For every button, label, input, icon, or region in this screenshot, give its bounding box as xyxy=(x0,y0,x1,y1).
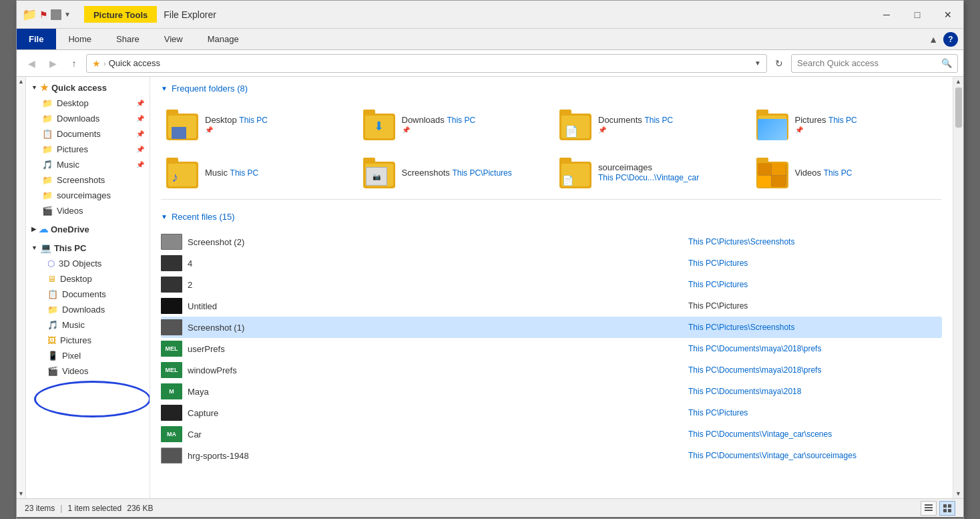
tab-share[interactable]: Share xyxy=(104,29,152,49)
folder-item-desktop[interactable]: Desktop This PC 📌 xyxy=(161,103,352,146)
file-row-hrg[interactable]: hrg-sports-1948 This PC\Documents\Vintag… xyxy=(161,445,942,466)
pictures2-icon: 🖼 xyxy=(47,335,56,345)
svg-rect-4 xyxy=(948,504,951,508)
quick-access-header[interactable]: ▼ ★ Quick access xyxy=(26,79,150,96)
folder-thumb-pictures xyxy=(756,108,788,140)
folder-item-downloads[interactable]: ⬇ Downloads This PC 📌 xyxy=(358,103,549,146)
status-bar: 23 items | 1 item selected 236 KB xyxy=(17,498,963,517)
file-row-screenshot1[interactable]: Screenshot (1) This PC\Pictures\Screensh… xyxy=(161,317,942,338)
file-size: 236 KB xyxy=(127,504,153,513)
title-bar: 📁 ⚑ ▼ Picture Tools File Explorer ─ □ ✕ xyxy=(17,1,963,29)
sidebar-item-pictures[interactable]: 📁 Pictures 📌 xyxy=(26,142,150,157)
breadcrumb-dropdown[interactable]: ▼ xyxy=(754,59,761,67)
sidebar-item-downloads[interactable]: 📁 Downloads 📌 xyxy=(26,111,150,126)
documents2-icon: 📋 xyxy=(47,289,58,299)
pictures-folder-icon: 📁 xyxy=(42,144,53,154)
tab-file[interactable]: File xyxy=(17,29,56,49)
file-row-4[interactable]: 4 This PC\Pictures xyxy=(161,252,942,274)
sidebar-item-sourceimages[interactable]: 📁 sourceimages xyxy=(26,188,150,203)
ribbon-collapse-arrow[interactable]: ▲ xyxy=(929,34,938,45)
onedrive-header[interactable]: ▶ ☁ OneDrive xyxy=(26,221,150,237)
sidebar-item-documents[interactable]: 📋 Documents 📌 xyxy=(26,126,150,142)
help-button[interactable]: ? xyxy=(943,32,958,47)
folder-path-desktop: This PC xyxy=(239,116,268,125)
folder-item-documents[interactable]: 📄 Documents This PC 📌 xyxy=(554,103,746,146)
sidebar-item-videos2[interactable]: 🎬 Videos xyxy=(26,363,150,379)
breadcrumb-bar[interactable]: ★ › Quick access ▼ xyxy=(86,54,767,73)
sidebar-item-3dobjects[interactable]: ⬡ 3D Objects xyxy=(26,256,150,271)
content-scroll-down[interactable]: ▼ xyxy=(955,490,961,497)
file-row-untitled[interactable]: Untitled This PC\Pictures xyxy=(161,295,942,317)
large-icons-view-button[interactable] xyxy=(939,501,955,516)
breadcrumb-separator: › xyxy=(103,59,106,67)
forward-button[interactable]: ▶ xyxy=(43,54,62,73)
sidebar-item-pixel[interactable]: 📱 Pixel xyxy=(26,348,150,363)
folder-item-videos[interactable]: Videos This PC xyxy=(751,151,943,194)
up-button[interactable]: ↑ xyxy=(65,54,83,73)
sidebar-item-music2[interactable]: 🎵 Music xyxy=(26,317,150,333)
tab-home[interactable]: Home xyxy=(56,29,104,49)
file-row-maya[interactable]: M Maya This PC\Documents\maya\2018 xyxy=(161,381,942,402)
file-explorer-title: File Explorer xyxy=(164,9,216,20)
folder-name-videos: Videos xyxy=(795,168,822,178)
folder-name-screenshots: Screenshots xyxy=(402,168,450,178)
sidebar-scroll-up[interactable]: ▲ xyxy=(18,78,24,85)
search-input[interactable] xyxy=(797,58,939,68)
sidebar-item-videos[interactable]: 🎬 Videos xyxy=(26,203,150,218)
thispc-header[interactable]: ▼ 💻 This PC xyxy=(26,240,150,256)
content-scroll-up[interactable]: ▲ xyxy=(955,78,961,85)
file-thumb-screenshot1 xyxy=(161,319,182,335)
file-name-4: 4 xyxy=(188,258,688,269)
file-thumb-windowprefs: MEL xyxy=(161,362,182,378)
sidebar-item-desktop2[interactable]: 🖥 Desktop xyxy=(26,271,150,287)
folder-item-sourceimages[interactable]: 📄 sourceimages This PC\Docu...\Vintage_c… xyxy=(554,151,746,194)
folder-item-music[interactable]: ♪ Music This PC xyxy=(161,151,352,194)
file-row-userprefs[interactable]: MEL userPrefs This PC\Documents\maya\201… xyxy=(161,338,942,359)
file-row-screenshot2[interactable]: Screenshot (2) This PC\Pictures\Screensh… xyxy=(161,231,942,252)
file-path-screenshot1: This PC\Pictures\Screenshots xyxy=(688,323,942,332)
file-row-windowprefs[interactable]: MEL windowPrefs This PC\Documents\maya\2… xyxy=(161,359,942,381)
sidebar-item-music[interactable]: 🎵 Music 📌 xyxy=(26,157,150,172)
tab-view[interactable]: View xyxy=(152,29,196,49)
folder-item-screenshots[interactable]: 📷 Screenshots This PC\Pictures xyxy=(358,151,549,194)
folder-path-videos: This PC xyxy=(824,168,852,178)
sidebar-item-downloads2[interactable]: 📁 Downloads xyxy=(26,302,150,317)
sidebar-item-desktop[interactable]: 📁 Desktop 📌 xyxy=(26,96,150,111)
selected-count: 1 item selected xyxy=(67,504,121,513)
thispc-icon: 💻 xyxy=(40,242,51,253)
ribbon-tabs: File Home Share View Manage ▲ ? xyxy=(17,29,963,49)
circle-annotation xyxy=(34,381,150,417)
folder-name-downloads: Downloads xyxy=(402,115,445,125)
sidebar-item-screenshots[interactable]: 📁 Screenshots xyxy=(26,172,150,188)
file-thumb-2 xyxy=(161,277,182,293)
address-bar: ◀ ▶ ↑ ★ › Quick access ▼ ↻ 🔍 xyxy=(17,50,963,77)
back-button[interactable]: ◀ xyxy=(22,54,41,73)
downloads2-icon: 📁 xyxy=(47,305,58,315)
3dobjects-icon: ⬡ xyxy=(47,258,55,269)
sidebar-sourceimages-label: sourceimages xyxy=(57,190,111,200)
minimize-button[interactable]: ─ xyxy=(871,1,902,29)
sidebar-item-pictures2[interactable]: 🖼 Pictures xyxy=(26,333,150,348)
file-row-car[interactable]: MA Car This PC\Documents\Vintage_car\sce… xyxy=(161,423,942,445)
close-button[interactable]: ✕ xyxy=(933,1,963,29)
dropdown-arrow[interactable]: ▼ xyxy=(64,11,71,18)
folder-item-pictures[interactable]: Pictures This PC 📌 xyxy=(751,103,943,146)
details-view-button[interactable] xyxy=(921,501,937,516)
sidebar-item-documents2[interactable]: 📋 Documents xyxy=(26,287,150,302)
file-row-capture[interactable]: Capture This PC\Pictures xyxy=(161,402,942,423)
folder-path-documents: This PC xyxy=(644,116,673,125)
tab-manage[interactable]: Manage xyxy=(196,29,252,49)
svg-rect-2 xyxy=(925,510,933,511)
sidebar-scroll-down[interactable]: ▼ xyxy=(18,490,24,497)
sidebar: ▼ ★ Quick access 📁 Desktop 📌 📁 Downloads… xyxy=(26,77,150,498)
folder-icon-title: 📁 xyxy=(22,7,37,22)
frequent-folders-header[interactable]: ▼ Frequent folders (8) xyxy=(150,77,953,98)
scroll-thumb[interactable] xyxy=(955,88,962,128)
refresh-button[interactable]: ↻ xyxy=(770,54,788,73)
recent-files-header[interactable]: ▼ Recent files (15) xyxy=(150,205,953,226)
docs-icon: 📄 xyxy=(565,125,578,138)
file-row-2[interactable]: 2 This PC\Pictures xyxy=(161,274,942,295)
quick-access-label: Quick access xyxy=(51,83,107,93)
folder-info-downloads: Downloads This PC 📌 xyxy=(402,115,544,134)
maximize-button[interactable]: □ xyxy=(902,1,933,29)
